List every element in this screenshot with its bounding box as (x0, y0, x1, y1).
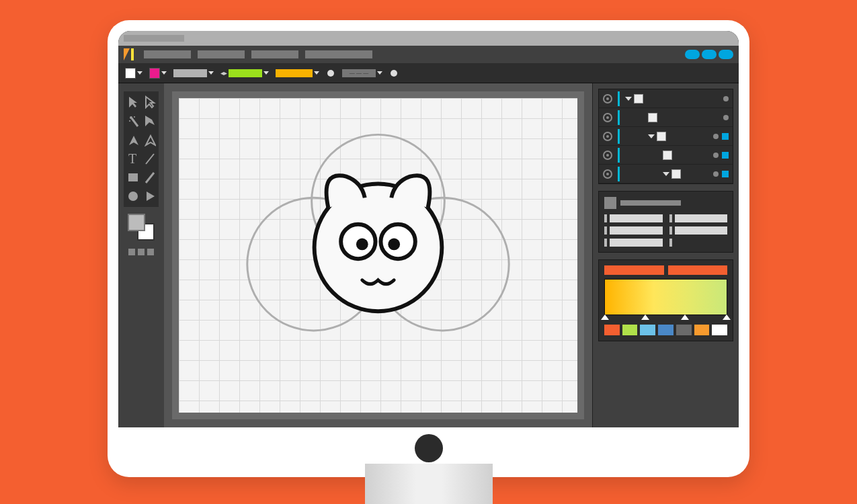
artboard[interactable] (179, 98, 577, 413)
layer-row[interactable] (599, 108, 733, 127)
menu-bar (118, 46, 739, 63)
window-buttons (685, 50, 733, 59)
curvature-pen-tool[interactable] (144, 133, 156, 146)
toolbox: T (118, 83, 164, 427)
swatch-row (604, 325, 727, 335)
layers-panel (598, 89, 733, 184)
svg-point-6 (129, 120, 130, 122)
fill-swatch[interactable] (125, 68, 142, 79)
property-field[interactable] (669, 226, 728, 235)
visibility-toggle-icon[interactable] (603, 169, 612, 179)
type-tool[interactable]: T (127, 152, 139, 165)
play-tool[interactable] (144, 190, 156, 203)
svg-marker-2 (129, 97, 137, 108)
svg-line-10 (146, 154, 154, 164)
visibility-toggle-icon[interactable] (603, 94, 612, 103)
color-panel-tab[interactable] (604, 265, 664, 275)
layer-row[interactable] (599, 165, 733, 183)
svg-rect-1 (131, 48, 134, 60)
line-tool[interactable] (144, 152, 156, 165)
selection-name-placeholder (620, 200, 681, 206)
svg-point-7 (134, 116, 135, 118)
power-button[interactable] (415, 434, 443, 462)
gradient-slider[interactable] (604, 279, 727, 315)
canvas-frame (172, 91, 584, 419)
gradient-stop[interactable] (641, 314, 649, 320)
visibility-toggle-icon[interactable] (603, 113, 612, 122)
window-button-min[interactable] (685, 50, 700, 59)
properties-panel (598, 191, 733, 253)
svg-rect-11 (128, 173, 138, 181)
menu-item[interactable] (198, 50, 245, 58)
monitor-frame: ◂▸ — — — (108, 20, 749, 477)
window-button-close[interactable] (719, 50, 733, 59)
stroke-style-field[interactable]: ◂▸ (220, 68, 269, 79)
toolbox-footer (124, 249, 159, 255)
property-field[interactable] (604, 226, 663, 235)
opacity-field[interactable] (276, 68, 319, 79)
color-panel (598, 259, 733, 341)
swatch[interactable] (640, 325, 655, 335)
swatch[interactable] (712, 325, 727, 335)
svg-marker-14 (147, 192, 155, 201)
svg-point-22 (388, 239, 400, 251)
layer-row[interactable] (599, 146, 733, 165)
screen: ◂▸ — — — (118, 31, 739, 427)
svg-text:T: T (128, 152, 136, 165)
gradient-stop[interactable] (681, 314, 689, 320)
svg-marker-8 (145, 116, 155, 126)
title-placeholder (124, 35, 184, 42)
lasso-tool[interactable] (144, 114, 156, 128)
magic-wand-tool[interactable] (127, 114, 139, 128)
artwork-cat-face (179, 98, 577, 390)
svg-point-21 (356, 239, 368, 251)
svg-point-13 (128, 192, 138, 201)
visibility-toggle-icon[interactable] (603, 132, 612, 141)
options-bar: ◂▸ — — — (118, 63, 739, 83)
fg-bg-color-swatches[interactable] (128, 214, 155, 241)
window-title-bar (118, 31, 739, 46)
stroke-swatch[interactable] (149, 68, 167, 79)
window-button-max[interactable] (702, 50, 717, 59)
screen-mode-normal[interactable] (128, 249, 135, 255)
swatch[interactable] (658, 325, 674, 335)
pencil-tool[interactable] (144, 171, 156, 184)
property-field[interactable] (669, 239, 728, 247)
pen-tool[interactable] (127, 133, 139, 146)
visibility-toggle-icon[interactable] (603, 151, 612, 160)
direct-selection-tool[interactable] (144, 95, 156, 109)
svg-marker-0 (124, 48, 130, 60)
svg-line-5 (132, 118, 138, 126)
swatch[interactable] (676, 325, 692, 335)
screen-mode-full[interactable] (138, 249, 145, 255)
swatch[interactable] (694, 325, 710, 335)
app-logo (124, 48, 137, 60)
align-option-a[interactable] (327, 70, 334, 77)
align-option-b[interactable] (391, 70, 397, 77)
canvas-area (164, 83, 592, 427)
layer-row[interactable] (599, 127, 733, 146)
svg-line-12 (146, 173, 154, 183)
property-field[interactable] (669, 214, 728, 222)
rectangle-tool[interactable] (127, 171, 139, 184)
svg-marker-3 (146, 97, 154, 108)
swatch[interactable] (622, 325, 638, 335)
property-field[interactable] (604, 239, 663, 247)
gradient-stop[interactable] (601, 314, 609, 320)
property-field[interactable] (604, 214, 663, 222)
layer-row[interactable] (599, 89, 733, 108)
menu-item[interactable] (144, 50, 191, 58)
misc-field[interactable]: — — — (342, 68, 382, 79)
monitor-stand (365, 464, 493, 504)
screen-mode-present[interactable] (147, 249, 154, 255)
swatch[interactable] (604, 325, 620, 335)
menu-item[interactable] (251, 50, 298, 58)
ellipse-tool[interactable] (127, 190, 139, 203)
panel-dock (592, 83, 739, 427)
selection-thumb-icon (604, 197, 616, 209)
menu-item[interactable] (305, 50, 372, 58)
gradient-stop[interactable] (723, 314, 731, 320)
color-panel-tab[interactable] (668, 265, 728, 275)
stroke-weight-field[interactable] (173, 68, 214, 79)
selection-tool[interactable] (127, 95, 139, 109)
